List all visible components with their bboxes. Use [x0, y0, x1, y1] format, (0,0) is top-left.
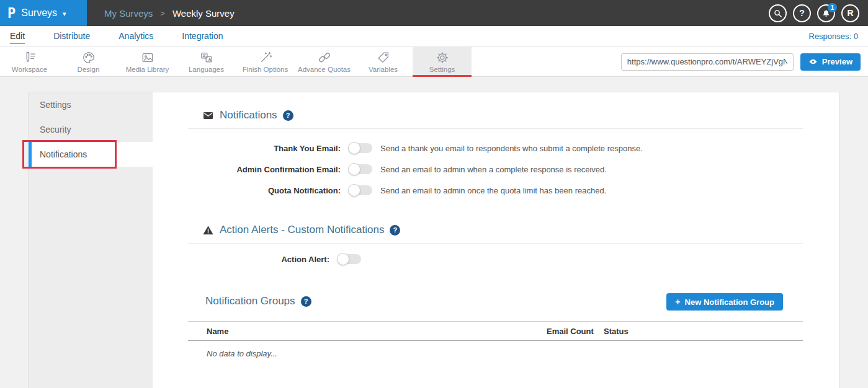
divider: [188, 128, 803, 129]
breadcrumb: My Surveys > Weekly Survey: [87, 0, 769, 26]
product-label: Surveys: [21, 7, 57, 19]
media-library-icon: [141, 51, 154, 64]
toggle-knob: [337, 253, 349, 265]
top-icon-group: ? 1 R: [769, 0, 868, 26]
thank-you-email-row: Thank You Email: Send a thank you email …: [188, 138, 803, 159]
toggle-knob: [348, 184, 360, 196]
notifications-button[interactable]: 1: [817, 4, 835, 22]
notification-groups-title: Notification Groups: [205, 295, 295, 307]
column-header-name: Name: [207, 327, 547, 336]
table-header-row: Name Email Count Status: [188, 322, 803, 341]
avatar[interactable]: R: [841, 4, 859, 22]
action-alert-toggle[interactable]: [338, 254, 361, 264]
top-bar: P Surveys ▾ My Surveys > Weekly Survey ?…: [0, 0, 868, 26]
thank-you-email-description: Send a thank you email to respondents wh…: [380, 144, 803, 153]
questionpro-logo-icon: P: [7, 5, 16, 21]
toolbar-item-finish-options[interactable]: Finish Options: [236, 47, 295, 76]
notifications-help-icon[interactable]: ?: [283, 110, 293, 121]
empty-table-message: No data to display...: [207, 349, 803, 358]
settings-sidebar: Settings Security Notifications: [29, 92, 153, 388]
notification-groups-table: Name Email Count Status No data to displ…: [188, 321, 803, 358]
quota-notification-toggle[interactable]: [349, 185, 372, 195]
tab-distribute[interactable]: Distribute: [53, 29, 90, 44]
admin-confirmation-email-toggle[interactable]: [349, 164, 372, 174]
column-header-email-count: Email Count: [547, 327, 604, 336]
toolbar-item-media-library[interactable]: Media Library: [118, 47, 177, 76]
edit-toolbar: Workspace Design Media Library Languages…: [0, 47, 868, 77]
breadcrumb-current-survey: Weekly Survey: [172, 8, 235, 19]
chevron-down-icon: ▾: [63, 10, 66, 18]
help-button[interactable]: ?: [793, 4, 811, 22]
quota-notification-label: Quota Notification:: [188, 186, 341, 195]
quota-notification-description: Send an email to admin once the quota li…: [380, 186, 803, 195]
column-header-status: Status: [604, 327, 803, 336]
tab-integration[interactable]: Integration: [182, 29, 223, 44]
notification-groups-section-header: Notification Groups ? + New Notification…: [205, 295, 803, 307]
envelope-icon: [202, 110, 214, 121]
design-palette-icon: [82, 51, 96, 64]
settings-card: Settings Security Notifications Notifica…: [28, 92, 839, 388]
finish-options-wand-icon: [259, 51, 272, 64]
action-alert-label: Action Alert:: [188, 255, 329, 264]
breadcrumb-my-surveys[interactable]: My Surveys: [104, 8, 153, 19]
action-alerts-title: Action Alerts - Custom Notifications: [220, 224, 384, 236]
search-icon: [773, 9, 782, 18]
action-alerts-help-icon[interactable]: ?: [390, 225, 400, 236]
eye-icon: [808, 57, 818, 66]
thank-you-email-toggle[interactable]: [349, 143, 372, 153]
notifications-title: Notifications: [220, 109, 277, 121]
search-button[interactable]: [769, 4, 787, 22]
sidebar-item-notifications[interactable]: Notifications: [29, 142, 153, 167]
workspace-icon: [23, 51, 37, 64]
toggle-knob: [348, 142, 360, 154]
new-notification-group-button[interactable]: + New Notification Group: [666, 293, 783, 311]
survey-url-input[interactable]: [621, 53, 794, 71]
toolbar-item-advance-quotas[interactable]: Advance Quotas: [295, 47, 354, 76]
question-mark-icon: ?: [799, 8, 805, 18]
notification-groups-help-icon[interactable]: ?: [301, 296, 311, 307]
admin-confirmation-email-label: Admin Confirmation Email:: [188, 165, 341, 174]
languages-translate-icon: [200, 51, 213, 64]
divider: [188, 243, 803, 244]
quota-notification-row: Quota Notification: Send an email to adm…: [188, 180, 803, 201]
toolbar-item-variables[interactable]: Variables: [354, 47, 413, 76]
page-body: Settings Security Notifications Notifica…: [0, 77, 868, 388]
breadcrumb-separator: >: [160, 9, 165, 18]
survey-nav-bar: Edit Distribute Analytics Integration Re…: [0, 26, 868, 47]
sidebar-item-security[interactable]: Security: [29, 117, 153, 142]
variables-tag-icon: [377, 51, 390, 64]
tab-analytics[interactable]: Analytics: [119, 29, 153, 44]
plus-icon: +: [675, 297, 680, 307]
notifications-panel: Notifications ? Thank You Email: Send a …: [153, 92, 839, 388]
action-alerts-section-header: Action Alerts - Custom Notifications ?: [202, 224, 803, 236]
toolbar-item-languages[interactable]: Languages: [177, 47, 236, 76]
tab-edit[interactable]: Edit: [10, 29, 25, 44]
admin-confirmation-email-row: Admin Confirmation Email: Send an email …: [188, 159, 803, 180]
warning-triangle-icon: [202, 224, 214, 236]
action-alert-row: Action Alert:: [188, 251, 803, 267]
sidebar-item-settings[interactable]: Settings: [29, 92, 153, 117]
notification-count-badge: 1: [828, 3, 837, 12]
advance-quotas-link-icon: [318, 51, 331, 64]
avatar-initial: R: [847, 8, 853, 18]
thank-you-email-label: Thank You Email:: [188, 144, 341, 153]
toolbar-item-workspace[interactable]: Workspace: [0, 47, 59, 76]
preview-button[interactable]: Preview: [800, 53, 861, 71]
notifications-section-header: Notifications ?: [202, 92, 803, 121]
surveys-product-menu[interactable]: P Surveys ▾: [0, 0, 87, 26]
toggle-knob: [348, 163, 360, 175]
admin-confirmation-email-description: Send an email to admin when a complete r…: [380, 165, 803, 174]
toolbar-item-design[interactable]: Design: [59, 47, 118, 76]
toolbar-item-settings[interactable]: Settings: [413, 47, 472, 76]
settings-gear-icon: [436, 51, 449, 64]
responses-count[interactable]: Responses: 0: [809, 32, 859, 41]
